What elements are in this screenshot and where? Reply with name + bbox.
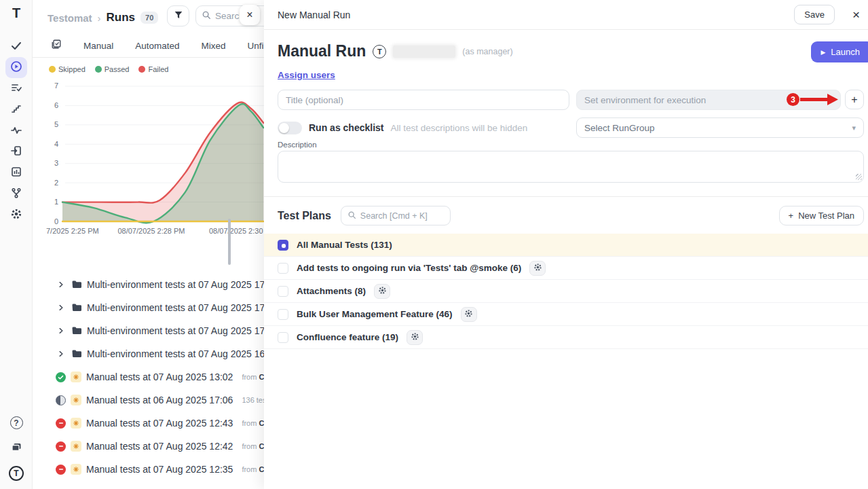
chevron-right-icon[interactable] [56,350,67,358]
sidebar-nav [0,36,33,225]
select-runs-icon[interactable] [51,39,62,52]
test-plan-row[interactable]: Attachments (8) [264,280,868,303]
plan-settings-button[interactable] [529,261,546,276]
run-folder-row[interactable]: Multi-environment tests at 07 Aug 2025 1… [33,273,264,296]
close-modal-icon[interactable]: × [852,8,860,21]
run-folder-row[interactable]: Multi-environment tests at 07 Aug 2025 1… [33,319,264,342]
run-row[interactable]: Manual tests at 07 Aug 2025 12:43from Cu… [33,412,264,435]
plan-checkbox[interactable] [278,332,288,343]
account-logo-button[interactable]: T [5,463,27,484]
help-button[interactable]: ? [5,412,27,433]
chevron-right-icon[interactable] [56,280,67,289]
scrollbar-thumb[interactable] [228,219,231,265]
description-textarea[interactable] [278,151,864,183]
clear-search-button[interactable]: × [240,5,260,25]
gear-icon [10,208,22,223]
play-circle-icon [10,60,22,75]
run-source-label: from Custom [242,419,264,427]
run-row[interactable]: Manual tests at 07 Aug 2025 12:42from Cu… [33,435,264,458]
plan-checkbox[interactable] [278,309,288,320]
section-divider [264,196,868,197]
sidebar-item-pulse[interactable] [5,120,27,141]
filter-button[interactable] [167,5,189,26]
run-tabs: ManualAutomatedMixedUnfinished [83,41,264,51]
breadcrumb-separator: › [98,12,101,24]
new-manual-run-modal: New Manual Run Save × ▶ Launch Manual Ru… [264,0,868,489]
run-as-checklist-toggle[interactable] [278,122,302,134]
close-icon: × [246,9,252,21]
test-plans-search-input[interactable] [360,211,435,221]
plan-label: Add tests to ongoing run via 'Tests' tab… [297,263,521,273]
test-plan-row[interactable]: Confluence feature (19) [264,326,868,349]
rungroup-select[interactable]: Select RunGroup ▾ [576,117,864,138]
run-folder-row[interactable]: Multi-environment tests at 07 Aug 2025 1… [33,342,264,365]
run-folder-row[interactable]: Multi-environment tests at 07 Aug 2025 1… [33,296,264,319]
assign-users-link[interactable]: Assign users [278,70,335,80]
sidebar-item-checklist[interactable] [5,78,27,99]
add-environment-button[interactable]: + [845,90,864,109]
annotation-step-badge: 3 [787,93,799,106]
manual-run-emoji-icon [71,372,81,382]
tab-mixed[interactable]: Mixed [202,41,226,51]
resize-handle-icon[interactable] [856,174,862,180]
folder-icon [71,302,82,313]
sidebar-item-settings[interactable] [5,204,27,225]
test-plan-row[interactable]: All Manual Tests (131) [264,234,868,257]
legend-dot [95,66,102,73]
run-status-passed-icon [56,372,66,382]
run-row-title: Manual tests at 07 Aug 2025 12:43 [86,418,233,429]
run-row[interactable]: Manual tests at 07 Aug 2025 12:35from Cu… [33,458,264,481]
manual-run-emoji-icon [71,441,81,452]
test-plans-search[interactable] [341,206,451,225]
sidebar-item-reports[interactable] [5,162,27,183]
svg-text:7/2025 2:25 PM: 7/2025 2:25 PM [46,227,99,235]
tabs-divider [33,57,264,58]
rungroup-placeholder: Select RunGroup [584,123,655,133]
test-plan-row[interactable]: Bulk User Management Feature (46) [264,303,868,326]
svg-text:6: 6 [54,101,58,109]
plan-checkbox[interactable] [278,240,288,251]
sidebar-item-import[interactable] [5,141,27,162]
folder-icon [71,325,82,336]
plan-checkbox[interactable] [278,263,288,274]
tab-automated[interactable]: Automated [135,41,179,51]
run-row[interactable]: Manual tests at 06 Aug 2025 17:06136 tes… [33,388,264,412]
run-row-title: Multi-environment tests at 07 Aug 2025 1… [87,348,264,359]
save-button[interactable]: Save [794,5,835,24]
run-row-title: Manual tests at 07 Aug 2025 12:42 [86,441,233,452]
tab-manual[interactable]: Manual [83,41,113,51]
run-row-title: Multi-environment tests at 07 Aug 2025 1… [87,325,264,336]
sidebar-item-branches[interactable] [5,183,27,204]
plan-settings-button[interactable] [374,284,390,299]
svg-text:08/07/2025 2:28 PM: 08/07/2025 2:28 PM [117,227,185,235]
test-plan-row[interactable]: Add tests to ongoing run via 'Tests' tab… [264,257,868,280]
svg-text:1: 1 [54,198,58,206]
projects-button[interactable] [5,437,27,458]
run-source-label: from Custom [242,465,264,473]
title-input[interactable] [278,90,569,110]
chevron-right-icon[interactable] [56,304,67,312]
tab-unfinished[interactable]: Unfinished [248,41,264,51]
chevron-right-icon[interactable] [56,327,67,335]
sidebar-item-runs[interactable] [5,57,27,78]
toggle-knob [279,123,289,133]
plan-checkbox[interactable] [278,286,288,297]
svg-text:4: 4 [54,140,58,148]
run-row[interactable]: Manual tests at 07 Aug 2025 13:02from Cu… [33,365,264,388]
runs-count-badge: 70 [140,12,158,24]
launch-button[interactable]: ▶ Launch [811,41,868,62]
plan-settings-button[interactable] [461,307,477,322]
plan-settings-button[interactable] [407,330,423,345]
breadcrumb-brand[interactable]: Testomat [48,12,92,24]
new-test-plan-button[interactable]: + New Test Plan [779,206,864,225]
folder-icon [71,348,82,359]
sidebar-item-tasks[interactable] [5,36,27,57]
runs-list: Multi-environment tests at 07 Aug 2025 1… [33,273,264,481]
svg-text:08/07/2025 2:30 PI: 08/07/2025 2:30 PI [209,227,264,235]
legend-item-skipped: Skipped [49,65,86,73]
environment-row: 3 + [576,90,864,110]
help-icon: ? [10,416,23,429]
gear-icon [378,285,387,297]
checklist-label: Run as checklist [309,122,384,133]
sidebar-item-steps[interactable] [5,99,27,120]
